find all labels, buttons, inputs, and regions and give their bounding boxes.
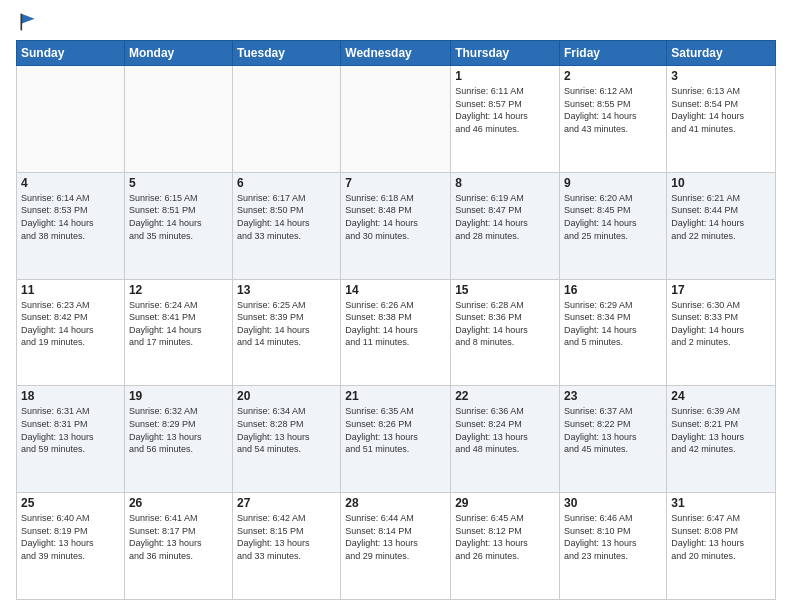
day-info: Sunrise: 6:32 AM Sunset: 8:29 PM Dayligh…	[129, 405, 228, 455]
logo	[16, 12, 38, 32]
day-info: Sunrise: 6:13 AM Sunset: 8:54 PM Dayligh…	[671, 85, 771, 135]
day-info: Sunrise: 6:26 AM Sunset: 8:38 PM Dayligh…	[345, 299, 446, 349]
day-number: 19	[129, 389, 228, 403]
calendar-cell: 3Sunrise: 6:13 AM Sunset: 8:54 PM Daylig…	[667, 66, 776, 173]
page: SundayMondayTuesdayWednesdayThursdayFrid…	[0, 0, 792, 612]
calendar-cell: 30Sunrise: 6:46 AM Sunset: 8:10 PM Dayli…	[560, 493, 667, 600]
calendar-cell: 9Sunrise: 6:20 AM Sunset: 8:45 PM Daylig…	[560, 172, 667, 279]
day-info: Sunrise: 6:29 AM Sunset: 8:34 PM Dayligh…	[564, 299, 662, 349]
calendar-cell: 5Sunrise: 6:15 AM Sunset: 8:51 PM Daylig…	[124, 172, 232, 279]
day-number: 29	[455, 496, 555, 510]
day-info: Sunrise: 6:20 AM Sunset: 8:45 PM Dayligh…	[564, 192, 662, 242]
day-info: Sunrise: 6:31 AM Sunset: 8:31 PM Dayligh…	[21, 405, 120, 455]
day-info: Sunrise: 6:25 AM Sunset: 8:39 PM Dayligh…	[237, 299, 336, 349]
calendar-cell: 23Sunrise: 6:37 AM Sunset: 8:22 PM Dayli…	[560, 386, 667, 493]
svg-rect-1	[21, 14, 23, 31]
day-info: Sunrise: 6:40 AM Sunset: 8:19 PM Dayligh…	[21, 512, 120, 562]
col-header-friday: Friday	[560, 41, 667, 66]
calendar-week-row: 18Sunrise: 6:31 AM Sunset: 8:31 PM Dayli…	[17, 386, 776, 493]
day-info: Sunrise: 6:11 AM Sunset: 8:57 PM Dayligh…	[455, 85, 555, 135]
day-number: 20	[237, 389, 336, 403]
day-number: 30	[564, 496, 662, 510]
day-info: Sunrise: 6:34 AM Sunset: 8:28 PM Dayligh…	[237, 405, 336, 455]
calendar-cell: 1Sunrise: 6:11 AM Sunset: 8:57 PM Daylig…	[451, 66, 560, 173]
calendar-cell: 25Sunrise: 6:40 AM Sunset: 8:19 PM Dayli…	[17, 493, 125, 600]
day-number: 2	[564, 69, 662, 83]
calendar-week-row: 25Sunrise: 6:40 AM Sunset: 8:19 PM Dayli…	[17, 493, 776, 600]
day-number: 12	[129, 283, 228, 297]
day-number: 25	[21, 496, 120, 510]
day-info: Sunrise: 6:41 AM Sunset: 8:17 PM Dayligh…	[129, 512, 228, 562]
day-number: 10	[671, 176, 771, 190]
calendar-cell	[17, 66, 125, 173]
day-number: 5	[129, 176, 228, 190]
day-info: Sunrise: 6:21 AM Sunset: 8:44 PM Dayligh…	[671, 192, 771, 242]
calendar-cell: 8Sunrise: 6:19 AM Sunset: 8:47 PM Daylig…	[451, 172, 560, 279]
day-info: Sunrise: 6:42 AM Sunset: 8:15 PM Dayligh…	[237, 512, 336, 562]
day-number: 7	[345, 176, 446, 190]
svg-marker-0	[21, 14, 34, 24]
day-info: Sunrise: 6:47 AM Sunset: 8:08 PM Dayligh…	[671, 512, 771, 562]
day-number: 13	[237, 283, 336, 297]
day-info: Sunrise: 6:35 AM Sunset: 8:26 PM Dayligh…	[345, 405, 446, 455]
day-info: Sunrise: 6:46 AM Sunset: 8:10 PM Dayligh…	[564, 512, 662, 562]
calendar-cell: 26Sunrise: 6:41 AM Sunset: 8:17 PM Dayli…	[124, 493, 232, 600]
calendar-cell: 16Sunrise: 6:29 AM Sunset: 8:34 PM Dayli…	[560, 279, 667, 386]
calendar-cell	[233, 66, 341, 173]
col-header-wednesday: Wednesday	[341, 41, 451, 66]
calendar-cell: 6Sunrise: 6:17 AM Sunset: 8:50 PM Daylig…	[233, 172, 341, 279]
calendar-cell: 11Sunrise: 6:23 AM Sunset: 8:42 PM Dayli…	[17, 279, 125, 386]
day-number: 27	[237, 496, 336, 510]
day-number: 9	[564, 176, 662, 190]
calendar-table: SundayMondayTuesdayWednesdayThursdayFrid…	[16, 40, 776, 600]
day-number: 14	[345, 283, 446, 297]
calendar-cell: 4Sunrise: 6:14 AM Sunset: 8:53 PM Daylig…	[17, 172, 125, 279]
day-info: Sunrise: 6:23 AM Sunset: 8:42 PM Dayligh…	[21, 299, 120, 349]
calendar-cell	[341, 66, 451, 173]
day-info: Sunrise: 6:14 AM Sunset: 8:53 PM Dayligh…	[21, 192, 120, 242]
col-header-thursday: Thursday	[451, 41, 560, 66]
calendar-cell: 19Sunrise: 6:32 AM Sunset: 8:29 PM Dayli…	[124, 386, 232, 493]
day-number: 16	[564, 283, 662, 297]
day-info: Sunrise: 6:36 AM Sunset: 8:24 PM Dayligh…	[455, 405, 555, 455]
calendar-cell: 13Sunrise: 6:25 AM Sunset: 8:39 PM Dayli…	[233, 279, 341, 386]
day-number: 1	[455, 69, 555, 83]
day-info: Sunrise: 6:24 AM Sunset: 8:41 PM Dayligh…	[129, 299, 228, 349]
calendar-cell: 17Sunrise: 6:30 AM Sunset: 8:33 PM Dayli…	[667, 279, 776, 386]
day-number: 31	[671, 496, 771, 510]
calendar-cell: 14Sunrise: 6:26 AM Sunset: 8:38 PM Dayli…	[341, 279, 451, 386]
calendar-cell: 27Sunrise: 6:42 AM Sunset: 8:15 PM Dayli…	[233, 493, 341, 600]
day-number: 22	[455, 389, 555, 403]
calendar-cell: 7Sunrise: 6:18 AM Sunset: 8:48 PM Daylig…	[341, 172, 451, 279]
day-info: Sunrise: 6:37 AM Sunset: 8:22 PM Dayligh…	[564, 405, 662, 455]
day-number: 24	[671, 389, 771, 403]
calendar-cell: 29Sunrise: 6:45 AM Sunset: 8:12 PM Dayli…	[451, 493, 560, 600]
day-number: 6	[237, 176, 336, 190]
calendar-cell: 28Sunrise: 6:44 AM Sunset: 8:14 PM Dayli…	[341, 493, 451, 600]
header	[16, 12, 776, 32]
day-info: Sunrise: 6:18 AM Sunset: 8:48 PM Dayligh…	[345, 192, 446, 242]
day-number: 28	[345, 496, 446, 510]
day-number: 21	[345, 389, 446, 403]
day-number: 17	[671, 283, 771, 297]
col-header-monday: Monday	[124, 41, 232, 66]
day-number: 4	[21, 176, 120, 190]
logo-flag-icon	[18, 12, 38, 32]
calendar-cell: 24Sunrise: 6:39 AM Sunset: 8:21 PM Dayli…	[667, 386, 776, 493]
col-header-saturday: Saturday	[667, 41, 776, 66]
calendar-cell: 21Sunrise: 6:35 AM Sunset: 8:26 PM Dayli…	[341, 386, 451, 493]
calendar-cell: 10Sunrise: 6:21 AM Sunset: 8:44 PM Dayli…	[667, 172, 776, 279]
day-number: 15	[455, 283, 555, 297]
day-info: Sunrise: 6:17 AM Sunset: 8:50 PM Dayligh…	[237, 192, 336, 242]
day-number: 18	[21, 389, 120, 403]
day-info: Sunrise: 6:12 AM Sunset: 8:55 PM Dayligh…	[564, 85, 662, 135]
day-info: Sunrise: 6:30 AM Sunset: 8:33 PM Dayligh…	[671, 299, 771, 349]
calendar-cell: 18Sunrise: 6:31 AM Sunset: 8:31 PM Dayli…	[17, 386, 125, 493]
day-number: 11	[21, 283, 120, 297]
calendar-cell: 20Sunrise: 6:34 AM Sunset: 8:28 PM Dayli…	[233, 386, 341, 493]
calendar-cell: 12Sunrise: 6:24 AM Sunset: 8:41 PM Dayli…	[124, 279, 232, 386]
calendar-cell: 31Sunrise: 6:47 AM Sunset: 8:08 PM Dayli…	[667, 493, 776, 600]
col-header-sunday: Sunday	[17, 41, 125, 66]
calendar-cell	[124, 66, 232, 173]
day-info: Sunrise: 6:44 AM Sunset: 8:14 PM Dayligh…	[345, 512, 446, 562]
